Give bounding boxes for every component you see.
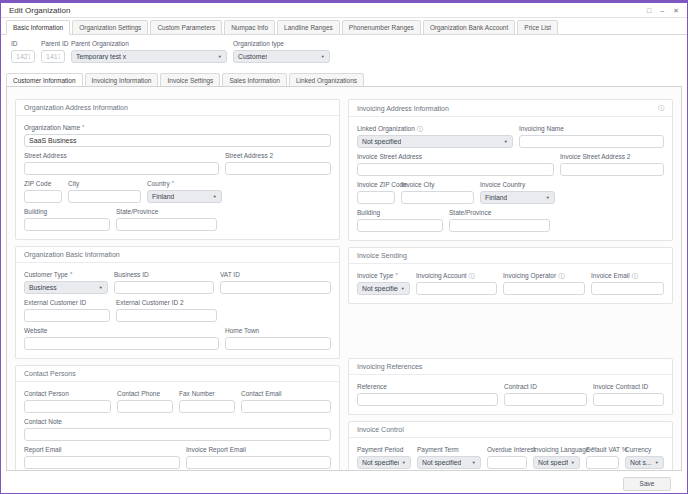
dropdown-caret-icon: ▼: [99, 285, 103, 289]
invoice-email-input[interactable]: [591, 282, 664, 295]
reference-input[interactable]: [357, 393, 498, 406]
building-input[interactable]: [24, 218, 110, 231]
currency-select[interactable]: Not s... ▼: [625, 456, 664, 469]
info-icon[interactable]: ⓘ: [658, 104, 664, 112]
tab-landline-ranges[interactable]: Landline Ranges: [277, 20, 340, 35]
contact-email-input[interactable]: [241, 400, 331, 413]
parent-id-label: Parent ID: [41, 40, 68, 48]
invoicing-account-input[interactable]: [416, 282, 497, 295]
organization-type-select[interactable]: Customer ▼: [233, 50, 330, 63]
invoice-report-email-input[interactable]: [186, 456, 331, 469]
select-value: Finland: [152, 193, 174, 200]
contact-phone-input[interactable]: [117, 400, 173, 413]
select-value: Customer: [238, 53, 267, 60]
vat-id-input[interactable]: [220, 281, 331, 294]
parent-organization-select[interactable]: Temporary test x ▼: [71, 50, 227, 63]
parent-organization-label: Parent Organization: [71, 40, 129, 48]
invoicing-language-select[interactable]: Not specified ▼: [533, 456, 580, 469]
section-contact-persons: Contact Persons Contact Person Contact P…: [15, 365, 340, 471]
website-input[interactable]: [24, 337, 219, 350]
select-value: Not specified: [362, 459, 399, 466]
footer: Save: [1, 474, 687, 493]
overdue-interest-input[interactable]: [487, 456, 527, 469]
maximize-icon[interactable]: □: [647, 7, 651, 14]
field-label: Reference: [357, 383, 387, 391]
section-title: Invoicing Address Information: [357, 105, 449, 112]
business-id-input[interactable]: [114, 281, 214, 294]
dropdown-caret-icon: ▼: [213, 194, 217, 198]
field-label: Payment Term: [417, 446, 459, 454]
section-header: Contact Persons: [16, 366, 339, 382]
field-label: ZIP Code: [24, 180, 51, 188]
invoice-contract-id-input[interactable]: [593, 393, 664, 406]
tab-organization-settings[interactable]: Organization Settings: [72, 20, 148, 35]
info-icon[interactable]: ⓘ: [632, 272, 638, 280]
invoice-street-address-2-input[interactable]: [560, 163, 664, 176]
info-icon[interactable]: ⓘ: [469, 272, 475, 280]
tab-organization-bank-account[interactable]: Organization Bank Account: [423, 20, 515, 35]
linked-organization-select[interactable]: Not specified ▼: [357, 135, 513, 148]
invoice-zip-code-input[interactable]: [357, 191, 395, 204]
tab-phonenumber-ranges[interactable]: Phonenumber Ranges: [342, 20, 421, 35]
payment-period-select[interactable]: Not specified ▼: [357, 456, 411, 469]
required-marker: *: [172, 179, 174, 187]
field-label: External Customer ID: [24, 299, 86, 307]
field-label: Linked Organization: [357, 125, 415, 133]
contact-person-input[interactable]: [24, 400, 111, 413]
tab-custom-parameters[interactable]: Custom Parameters: [150, 20, 222, 35]
state-province-input[interactable]: [116, 218, 217, 231]
section-header: Organization Address Information: [16, 100, 339, 116]
external-customer-id-2-input[interactable]: [116, 309, 217, 322]
info-icon[interactable]: ⓘ: [558, 272, 564, 280]
invoice-state-province-input[interactable]: [449, 219, 550, 232]
section-invoice-control: Invoice Control Payment Period Not speci…: [348, 421, 673, 471]
organization-name-input[interactable]: [24, 134, 331, 147]
invoice-building-input[interactable]: [357, 219, 443, 232]
city-input[interactable]: [68, 190, 141, 203]
dropdown-caret-icon: ▼: [402, 460, 406, 464]
contract-id-input[interactable]: [504, 393, 587, 406]
close-icon[interactable]: ✕: [673, 7, 679, 14]
street-address-input[interactable]: [24, 162, 219, 175]
field-label: Organization Name: [24, 124, 80, 132]
invoice-street-address-input[interactable]: [357, 163, 554, 176]
invoice-country-select[interactable]: Finland ▼: [480, 191, 555, 204]
invoice-type-select[interactable]: Not specified ▼: [357, 282, 410, 295]
window-title: Edit Organization: [9, 6, 70, 15]
external-customer-id-input[interactable]: [24, 309, 110, 322]
zip-code-input[interactable]: [24, 190, 62, 203]
tab-price-list[interactable]: Price List: [517, 20, 558, 35]
field-label: Building: [24, 208, 47, 216]
home-town-input[interactable]: [225, 337, 331, 350]
country-select[interactable]: Finland ▼: [147, 190, 222, 203]
dropdown-caret-icon: ▼: [401, 286, 405, 290]
select-value: Not specified: [422, 459, 461, 466]
section-title: Organization Basic Information: [24, 251, 120, 258]
invoicing-name-input[interactable]: [519, 135, 664, 148]
payment-term-select[interactable]: Not specified ▼: [417, 456, 481, 469]
select-value: Not specified: [362, 285, 398, 292]
default-vat-input[interactable]: [586, 456, 619, 469]
contact-note-input[interactable]: [24, 428, 331, 441]
customer-type-select[interactable]: Business ▼: [24, 281, 108, 294]
select-value: Business: [29, 284, 57, 291]
field-label: Contact Note: [24, 418, 62, 426]
field-label: State/Province: [116, 208, 158, 216]
field-label: External Customer ID 2: [116, 299, 184, 307]
section-invoicing-address-information: Invoicing Address Information ⓘ Linked O…: [348, 99, 673, 241]
report-email-input[interactable]: [24, 456, 180, 469]
required-marker: *: [70, 270, 72, 278]
field-label: Invoicing Operator: [503, 272, 556, 280]
street-address-2-input[interactable]: [225, 162, 331, 175]
save-button[interactable]: Save: [623, 477, 671, 491]
fax-number-input[interactable]: [179, 400, 235, 413]
invoice-city-input[interactable]: [401, 191, 474, 204]
tab-basic-information[interactable]: Basic Information: [6, 20, 70, 35]
tab-numpac-info[interactable]: Numpac Info: [224, 20, 275, 35]
minimize-icon[interactable]: –: [660, 7, 664, 14]
main-tabbar: Basic Information Organization Settings …: [1, 18, 687, 35]
section-header: Invoicing Address Information ⓘ: [349, 100, 672, 117]
id-label: ID: [11, 40, 18, 48]
info-icon[interactable]: ⓘ: [417, 125, 423, 133]
invoicing-operator-input[interactable]: [503, 282, 585, 295]
